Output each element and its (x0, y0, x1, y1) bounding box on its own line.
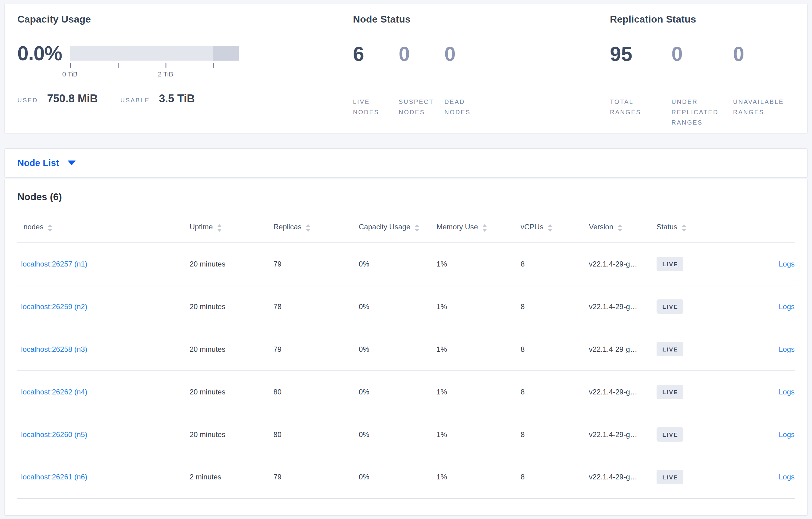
replication-status-title: Replication Status (610, 12, 794, 26)
capacity-bar-tick (118, 63, 119, 68)
capacity-usage-section: Capacity Usage 0.0% 0 TiB2 TiB USED 750.… (18, 12, 353, 133)
table-body: localhost:26257 (n1)20 minutes790%1%8v22… (18, 243, 794, 498)
sort-up-icon (682, 224, 687, 227)
sort-arrows-icon (217, 224, 222, 232)
capacity-bar-dark-segment (213, 46, 239, 61)
cell-uptime: 20 minutes (190, 388, 273, 396)
column-header-replicas[interactable]: Replicas (273, 223, 359, 233)
status-badge: LIVE (657, 342, 684, 356)
node-link[interactable]: localhost:26261 (n6) (21, 473, 87, 481)
status-badge: LIVE (657, 427, 684, 441)
node-link[interactable]: localhost:26257 (n1) (21, 260, 87, 268)
node-status-title: Node Status (353, 12, 610, 26)
cell-uptime: 20 minutes (190, 302, 273, 311)
sort-up-icon (306, 224, 311, 227)
sort-arrows-icon (482, 224, 487, 232)
sort-up-icon (217, 224, 222, 227)
nodes-table-title: Nodes (6) (18, 179, 794, 203)
node-list-dropdown[interactable]: Node List (18, 158, 76, 168)
node-status-section: Node Status 6LIVE NODES0SUSPECT NODES0DE… (353, 12, 610, 133)
status-cell: LIVE (657, 257, 728, 271)
cell-capacity-usage: 0% (359, 388, 436, 396)
sort-down-icon (548, 229, 553, 232)
logs-link[interactable]: Logs (779, 388, 794, 396)
cell-replicas: 79 (273, 345, 359, 354)
summary-metric: 0UNAVAILABLE RANGES (733, 42, 794, 128)
logs-link[interactable]: Logs (779, 430, 794, 438)
column-header-label: Capacity Usage (359, 223, 410, 233)
status-cell: LIVE (657, 299, 728, 314)
cell-uptime: 20 minutes (190, 345, 273, 354)
node-link[interactable]: localhost:26262 (n4) (21, 388, 87, 396)
summary-metric: 0UNDER-REPLICATED RANGES (671, 42, 733, 128)
logs-link[interactable]: Logs (779, 345, 794, 353)
view-selector-bar: Node List (4, 148, 808, 178)
node-link[interactable]: localhost:26259 (n2) (21, 302, 87, 311)
cell-replicas: 79 (273, 473, 359, 481)
used-value: 750.8 MiB (47, 92, 98, 105)
table-row: localhost:26262 (n4)20 minutes800%1%8v22… (18, 371, 794, 413)
column-header-memory-use[interactable]: Memory Use (436, 223, 521, 233)
summary-metric: 0DEAD NODES (444, 42, 490, 117)
logs-cell: Logs (728, 388, 794, 396)
node-cell: localhost:26261 (n6) (18, 473, 190, 481)
cell-replicas: 79 (273, 260, 359, 268)
sort-up-icon (414, 224, 419, 227)
cell-capacity-usage: 0% (359, 345, 436, 354)
column-header-uptime[interactable]: Uptime (190, 223, 273, 233)
column-header-capacity-usage[interactable]: Capacity Usage (359, 223, 436, 233)
column-header-nodes[interactable]: nodes (18, 223, 190, 233)
node-cell: localhost:26258 (n3) (18, 345, 190, 354)
column-header-vcpus[interactable]: vCPUs (521, 223, 589, 233)
column-header-status[interactable]: Status (657, 223, 728, 233)
cell-version: v22.1.4-29-g… (589, 388, 657, 396)
cell-version: v22.1.4-29-g… (589, 345, 657, 354)
status-badge: LIVE (657, 299, 684, 314)
cell-memory-use: 1% (436, 388, 521, 396)
metric-label: UNDER-REPLICATED RANGES (671, 96, 733, 128)
logs-link[interactable]: Logs (779, 302, 794, 311)
cell-vcpus: 8 (521, 388, 589, 396)
logs-cell: Logs (728, 302, 794, 311)
metric-label: DEAD NODES (444, 96, 490, 117)
sort-arrows-icon (548, 224, 553, 232)
cell-vcpus: 8 (521, 345, 589, 354)
logs-cell: Logs (728, 260, 794, 268)
node-link[interactable]: localhost:26258 (n3) (21, 345, 87, 353)
logs-link[interactable]: Logs (779, 260, 794, 268)
chevron-down-icon (68, 160, 76, 165)
metric-value: 6 (353, 42, 399, 66)
status-cell: LIVE (657, 342, 728, 356)
cell-capacity-usage: 0% (359, 430, 436, 439)
node-list-dropdown-label: Node List (18, 158, 59, 168)
metric-value: 95 (610, 42, 671, 66)
sort-down-icon (414, 229, 419, 232)
metric-label: LIVE NODES (353, 96, 399, 117)
table-row: localhost:26261 (n6)2 minutes790%1%8v22.… (18, 456, 794, 498)
node-link[interactable]: localhost:26260 (n5) (21, 430, 87, 438)
capacity-stats: USED 750.8 MiB USABLE 3.5 TiB (18, 92, 353, 105)
cell-vcpus: 8 (521, 260, 589, 268)
capacity-usage-title: Capacity Usage (18, 12, 353, 26)
status-badge: LIVE (657, 470, 684, 484)
column-header-version[interactable]: Version (589, 223, 657, 233)
node-cell: localhost:26262 (n4) (18, 388, 190, 396)
cell-uptime: 20 minutes (190, 260, 273, 268)
column-header-label: nodes (24, 223, 43, 233)
column-header-label: Replicas (273, 223, 301, 233)
capacity-bar-tick-label: 2 TiB (158, 70, 173, 78)
column-header-label: Uptime (190, 223, 213, 233)
usable-value: 3.5 TiB (159, 92, 195, 105)
capacity-bar-tick (70, 63, 71, 68)
logs-link[interactable]: Logs (779, 473, 794, 481)
sort-down-icon (682, 229, 687, 232)
summary-metric: 95TOTAL RANGES (610, 42, 671, 128)
cell-replicas: 80 (273, 430, 359, 439)
cell-uptime: 2 minutes (190, 473, 273, 481)
cell-memory-use: 1% (436, 430, 521, 439)
column-header-label: vCPUs (521, 223, 544, 233)
cell-version: v22.1.4-29-g… (589, 302, 657, 311)
used-label: USED (18, 97, 38, 104)
metric-label: UNAVAILABLE RANGES (733, 96, 794, 117)
cell-memory-use: 1% (436, 473, 521, 481)
